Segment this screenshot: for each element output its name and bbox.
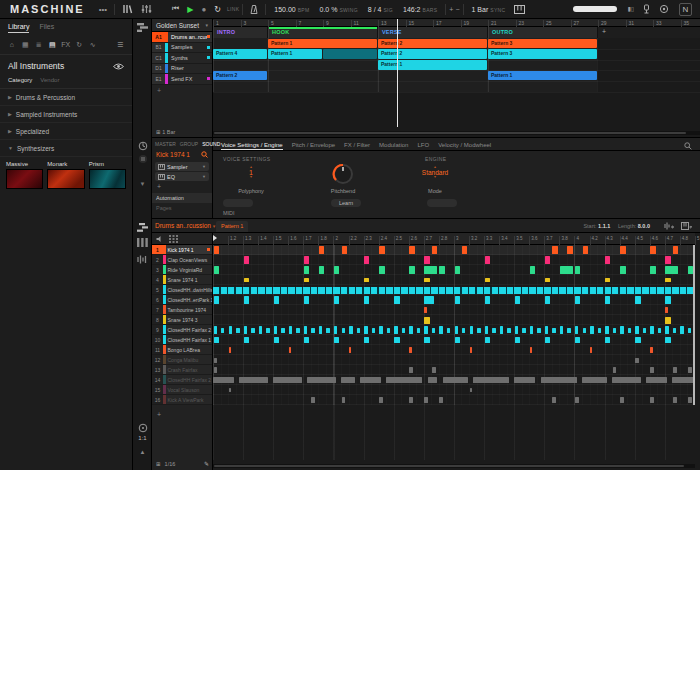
note[interactable] xyxy=(485,337,490,343)
browser-toggle-icon[interactable] xyxy=(122,4,133,14)
sounds-icon[interactable]: ≣ xyxy=(33,39,45,50)
note[interactable] xyxy=(613,328,616,333)
note[interactable] xyxy=(575,266,580,273)
note-segment[interactable] xyxy=(428,377,438,383)
note-lane-7[interactable] xyxy=(213,305,695,315)
plugin-tab-velocity-modwheel[interactable]: Velocity / Modwheel xyxy=(438,142,491,150)
add-sound-button[interactable]: + xyxy=(157,411,161,418)
note[interactable] xyxy=(628,328,631,333)
note[interactable] xyxy=(650,367,654,373)
note[interactable] xyxy=(650,347,652,353)
arranger-hscrollbar[interactable] xyxy=(213,131,700,135)
note[interactable] xyxy=(424,337,429,343)
filter-tab-vendor[interactable]: Vendor xyxy=(40,77,59,83)
note[interactable] xyxy=(424,278,429,283)
arranger-grid-setting[interactable]: ⊞ 1 Bar xyxy=(156,129,175,135)
note-segment[interactable] xyxy=(386,377,422,383)
note[interactable] xyxy=(635,296,640,303)
note[interactable] xyxy=(635,337,640,343)
note[interactable] xyxy=(545,326,548,335)
chevron-down-icon[interactable]: ▼ xyxy=(202,164,206,169)
automation-header[interactable]: Automation xyxy=(152,193,212,203)
pattern-clip[interactable]: Pattern 1 xyxy=(268,49,322,59)
sound-row-10[interactable]: 10ClosedHH Fairfax 1 xyxy=(152,335,212,345)
note[interactable] xyxy=(214,326,217,335)
note[interactable] xyxy=(349,326,352,335)
note[interactable] xyxy=(439,266,444,273)
note[interactable] xyxy=(620,246,625,253)
note[interactable] xyxy=(304,266,309,273)
sound-row-9[interactable]: 9ClosedHH Fairfax 2 xyxy=(152,325,212,335)
note[interactable] xyxy=(455,337,460,343)
note[interactable] xyxy=(680,326,683,335)
note[interactable] xyxy=(665,266,678,273)
note-segment[interactable] xyxy=(612,377,641,383)
collapse-chevron-icon[interactable]: ▼ xyxy=(133,181,152,187)
note[interactable] xyxy=(304,337,309,343)
category-drums-percussion[interactable]: ▶Drums & Percussion xyxy=(0,89,132,106)
sound-selector[interactable]: Kick 1974 1 xyxy=(152,150,212,161)
note[interactable] xyxy=(530,266,535,273)
sound-row-12[interactable]: 12Conga Malibu xyxy=(152,355,212,365)
note[interactable] xyxy=(214,358,218,363)
note-lane-6[interactable] xyxy=(213,295,695,305)
note[interactable] xyxy=(409,266,414,273)
pattern-start-length[interactable]: Start: 1.1.1 Length: 8.0.0 xyxy=(583,223,656,229)
note[interactable] xyxy=(575,296,580,303)
note[interactable] xyxy=(583,246,588,253)
group-row-d1[interactable]: D1Riser xyxy=(152,64,212,75)
pattern-clip[interactable]: Pattern 3 xyxy=(488,49,597,59)
restart-button[interactable]: ⏮ xyxy=(172,4,179,14)
note[interactable] xyxy=(342,397,346,403)
note[interactable] xyxy=(349,347,351,353)
note[interactable] xyxy=(394,326,397,335)
note[interactable] xyxy=(214,246,219,253)
note[interactable] xyxy=(334,337,339,343)
note[interactable] xyxy=(229,326,232,335)
arranger-ruler[interactable]: 1357911131517192123252729313335 xyxy=(213,19,700,27)
note[interactable] xyxy=(409,397,413,403)
note[interactable] xyxy=(515,337,520,343)
note[interactable] xyxy=(379,246,384,253)
note[interactable] xyxy=(658,328,661,333)
note[interactable] xyxy=(455,266,460,273)
sound-row-1[interactable]: 1Kick 1974 1 xyxy=(152,245,212,255)
scroll-thumb[interactable] xyxy=(214,465,684,467)
add-group-button[interactable]: + xyxy=(152,85,212,96)
note[interactable] xyxy=(364,256,369,263)
note[interactable] xyxy=(575,326,578,335)
note[interactable] xyxy=(364,326,367,335)
pencil-icon[interactable]: ✎ xyxy=(204,460,209,467)
scroll-thumb[interactable] xyxy=(214,132,686,134)
note[interactable] xyxy=(244,278,249,283)
arranger-view-icon[interactable] xyxy=(133,23,152,32)
eye-icon[interactable] xyxy=(113,63,124,70)
note[interactable] xyxy=(274,296,279,303)
note[interactable] xyxy=(567,328,570,333)
note[interactable] xyxy=(214,296,219,303)
perf-grid-value[interactable]: 1 Bar xyxy=(472,6,489,13)
note[interactable] xyxy=(515,296,520,303)
note[interactable] xyxy=(289,326,292,335)
step-view-icon[interactable] xyxy=(133,238,152,247)
note[interactable] xyxy=(296,328,299,333)
effects-icon[interactable]: FX xyxy=(60,39,72,50)
note[interactable] xyxy=(605,326,608,335)
note-lane-10[interactable] xyxy=(213,335,695,345)
browser-tab-files[interactable]: Files xyxy=(39,23,54,33)
pattern-clip[interactable]: Pattern 1 xyxy=(488,71,597,81)
note-lane-4[interactable] xyxy=(213,275,695,285)
keyboard-mode-icon[interactable] xyxy=(514,5,525,14)
note[interactable] xyxy=(575,397,579,403)
search-icon[interactable] xyxy=(684,142,692,150)
section-intro[interactable]: INTRO xyxy=(213,27,268,38)
pattern-clip[interactable]: Pattern 1 xyxy=(268,39,377,49)
category-specialized[interactable]: ▶Specialized xyxy=(0,123,132,140)
note[interactable] xyxy=(583,328,586,333)
note[interactable] xyxy=(364,278,369,283)
project-selector[interactable]: Golden Sunset ▾ xyxy=(152,19,212,32)
note[interactable] xyxy=(372,328,375,333)
bpm-value[interactable]: 150.00 xyxy=(274,6,295,13)
note-segment[interactable] xyxy=(213,377,234,383)
group-row-c1[interactable]: C1Synths xyxy=(152,53,212,64)
